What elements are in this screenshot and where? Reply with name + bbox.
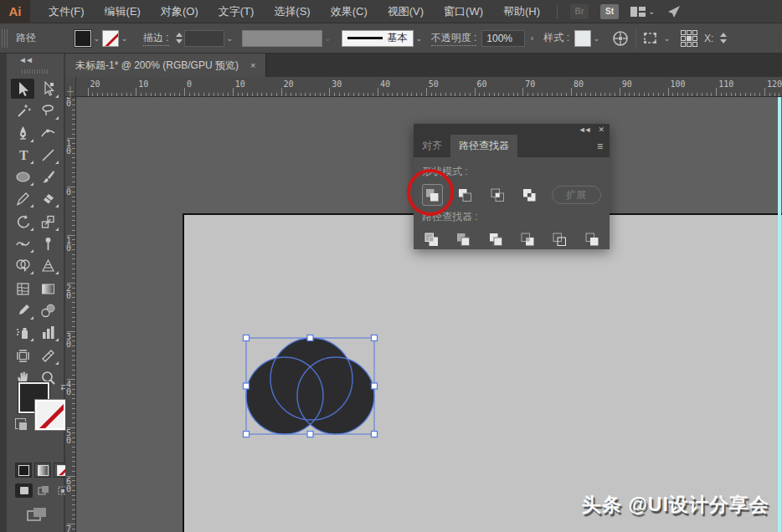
chevron-down-icon[interactable]: ⌄	[414, 30, 424, 47]
opacity-field[interactable]: 100%	[481, 30, 525, 47]
controlbar-grip[interactable]	[2, 29, 8, 48]
tool-puppet-warp[interactable]	[36, 233, 59, 253]
flyout-triangle-icon	[55, 228, 59, 231]
tool-rotate[interactable]	[11, 212, 34, 232]
tab-pathfinder[interactable]: 路径查找器	[450, 135, 517, 157]
share-rocket-icon[interactable]	[666, 5, 682, 18]
tool-gradient[interactable]	[36, 279, 59, 299]
ruler-origin-corner[interactable]: ┼	[65, 77, 76, 97]
panel-collapse-icon[interactable]: ◄◄	[579, 125, 590, 134]
pathfinder-merge-button[interactable]	[486, 229, 505, 249]
default-fill-stroke-icon[interactable]	[15, 418, 26, 429]
menu-item-7[interactable]: 视图(V)	[378, 0, 434, 23]
pathfinder-crop-button[interactable]	[518, 229, 537, 249]
horizontal-ruler[interactable]: 20100102030405060708090100110120	[76, 77, 782, 97]
screen-mode-button[interactable]	[25, 505, 50, 525]
tool-selection[interactable]	[11, 79, 34, 99]
tool-mesh[interactable]	[11, 279, 34, 299]
stroke-weight-field[interactable]	[184, 30, 224, 47]
tool-magic-wand[interactable]	[11, 100, 34, 120]
tool-pencil[interactable]	[11, 188, 34, 208]
toolbar-grip[interactable]	[22, 69, 49, 74]
tool-eyedropper[interactable]	[11, 300, 34, 320]
stock-icon[interactable]: St	[600, 4, 619, 19]
vertical-ruler[interactable]: 2 01 001 02 03 04 05 06 07 0	[65, 97, 76, 532]
expand-button[interactable]: 扩展	[552, 186, 601, 204]
stroke-weight-label[interactable]: 描边 :	[143, 31, 169, 46]
draw-normal-button[interactable]	[15, 483, 33, 498]
chevron-down-icon[interactable]: ⌄	[91, 30, 102, 47]
pathfinder-divide-button[interactable]	[422, 229, 440, 249]
menu-item-9[interactable]: 帮助(H)	[493, 0, 550, 23]
menu-item-8[interactable]: 窗口(W)	[434, 0, 493, 23]
chevron-down-icon[interactable]: ⌄	[661, 30, 672, 47]
tab-close-icon[interactable]: ×	[250, 60, 255, 70]
tool-column-graph[interactable]	[36, 322, 59, 342]
tool-type[interactable]: T	[11, 145, 34, 165]
app-logo-icon[interactable]: Ai	[0, 0, 30, 23]
chevron-down-icon[interactable]: ⌄	[591, 30, 602, 47]
tool-artboard[interactable]	[11, 345, 34, 366]
tool-curvature[interactable]	[36, 123, 59, 143]
minus-back-icon	[585, 233, 599, 246]
shape-mode-label: 形状模式 :	[422, 165, 601, 179]
tool-line-segment[interactable]	[36, 145, 59, 165]
control-bar: 路径 ⌄ ⌄ 描边 : ⌄ ⌄ 基本 ⌄ 不透明度 : 100% › 样式 : …	[0, 23, 782, 54]
tool-eraser[interactable]	[36, 188, 59, 208]
tool-shape-builder[interactable]	[11, 255, 34, 275]
pathfinder-minus-back-button[interactable]	[583, 229, 601, 249]
shape-mode-unite-button[interactable]	[422, 184, 443, 206]
tool-perspective-grid[interactable]	[36, 255, 59, 275]
menu-item-3[interactable]: 对象(O)	[151, 0, 208, 23]
variable-width-profile[interactable]: 基本	[342, 30, 414, 47]
toolbar-collapse-icon[interactable]: ◄◄	[18, 55, 32, 64]
menu-item-5[interactable]: 选择(S)	[264, 0, 320, 23]
tool-width[interactable]	[11, 233, 34, 253]
shape-mode-exclude-button[interactable]	[519, 184, 540, 206]
opacity-label[interactable]: 不透明度 :	[431, 31, 477, 46]
pathfinder-outline-button[interactable]	[550, 229, 568, 249]
object-type-label: 路径	[16, 31, 36, 45]
chevron-down-icon[interactable]: ⌄	[224, 30, 235, 47]
ellipse-icon	[15, 169, 31, 185]
blend-icon	[40, 303, 56, 319]
tool-lasso[interactable]	[36, 100, 59, 120]
tab-align[interactable]: 对齐	[414, 135, 450, 157]
tool-slice[interactable]	[36, 345, 59, 366]
isolate-selection-icon[interactable]	[643, 31, 661, 46]
opacity-expand-arrow[interactable]: ›	[525, 30, 538, 47]
tool-pen[interactable]	[11, 123, 34, 143]
gradient-button[interactable]	[34, 463, 51, 478]
tool-paintbrush[interactable]	[36, 166, 59, 187]
menu-item-4[interactable]: 文字(T)	[208, 0, 265, 23]
bridge-icon[interactable]: Br	[570, 4, 589, 19]
shape-mode-intersect-button[interactable]	[487, 184, 508, 206]
tool-ellipse[interactable]	[11, 166, 34, 187]
panel-menu-icon[interactable]: ≡	[597, 141, 603, 152]
menu-item-2[interactable]: 编辑(E)	[95, 0, 151, 23]
stroke-weight-stepper[interactable]	[176, 30, 183, 47]
document-tab[interactable]: 未标题-1* @ 200% (RGB/GPU 预览) ×	[65, 54, 266, 77]
recolor-artwork-icon[interactable]	[612, 30, 629, 47]
fill-color-swatch[interactable]	[75, 30, 91, 47]
panel-close-icon[interactable]: ✕	[598, 125, 605, 134]
unite-icon	[425, 188, 439, 202]
guide-edge-strip	[778, 97, 781, 532]
menu-item-1[interactable]: 文件(F)	[39, 0, 95, 23]
tool-scale[interactable]	[36, 212, 59, 232]
workspace-switcher-icon[interactable]: ⌄	[630, 6, 655, 18]
x-coordinate-stepper[interactable]	[720, 30, 727, 47]
chevron-down-icon[interactable]: ⌄	[119, 30, 130, 47]
menu-item-6[interactable]: 效果(C)	[321, 0, 378, 23]
color-button[interactable]	[15, 463, 32, 478]
graphic-style-swatch[interactable]	[574, 30, 591, 47]
tool-direct-selection[interactable]	[36, 79, 59, 99]
pathfinder-trim-button[interactable]	[454, 229, 472, 249]
tool-symbol-sprayer[interactable]	[11, 322, 34, 342]
tool-blend[interactable]	[36, 300, 59, 320]
shape-mode-minus-front-button[interactable]	[455, 184, 476, 206]
reference-point-locator[interactable]	[681, 30, 697, 47]
stroke-color-swatch[interactable]	[102, 30, 119, 47]
draw-behind-button[interactable]	[34, 483, 52, 498]
stroke-proxy[interactable]	[35, 400, 65, 430]
